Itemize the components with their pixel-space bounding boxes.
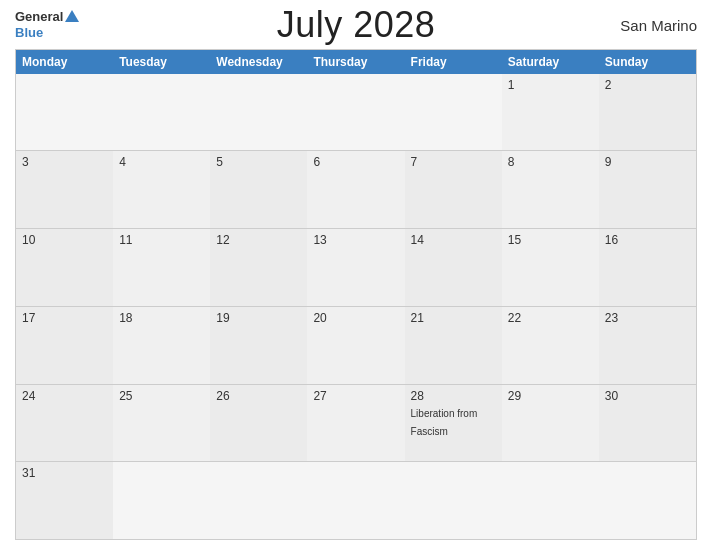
day-cell-1: 1 xyxy=(502,74,599,151)
calendar-week-5: 2425262728Liberation from Fascism2930 xyxy=(16,385,696,463)
day-number: 4 xyxy=(119,155,204,169)
day-number: 15 xyxy=(508,233,593,247)
day-cell-10: 10 xyxy=(16,229,113,306)
header-day-wednesday: Wednesday xyxy=(210,50,307,74)
country-label: San Marino xyxy=(620,17,697,34)
day-number: 9 xyxy=(605,155,690,169)
day-cell-6: 6 xyxy=(307,151,404,228)
day-number: 7 xyxy=(411,155,496,169)
day-number: 13 xyxy=(313,233,398,247)
page-title: July 2028 xyxy=(277,4,436,46)
day-cell-17: 17 xyxy=(16,307,113,384)
calendar: MondayTuesdayWednesdayThursdayFridaySatu… xyxy=(15,49,697,540)
day-cell-19: 19 xyxy=(210,307,307,384)
day-cell-29: 29 xyxy=(502,385,599,462)
header-day-saturday: Saturday xyxy=(502,50,599,74)
header-day-tuesday: Tuesday xyxy=(113,50,210,74)
day-cell-20: 20 xyxy=(307,307,404,384)
empty-cell xyxy=(599,462,696,539)
day-number: 1 xyxy=(508,78,593,92)
day-cell-3: 3 xyxy=(16,151,113,228)
day-number: 25 xyxy=(119,389,204,403)
day-cell-7: 7 xyxy=(405,151,502,228)
day-cell-13: 13 xyxy=(307,229,404,306)
day-cell-27: 27 xyxy=(307,385,404,462)
day-number: 22 xyxy=(508,311,593,325)
day-cell-12: 12 xyxy=(210,229,307,306)
day-number: 30 xyxy=(605,389,690,403)
day-number: 16 xyxy=(605,233,690,247)
day-number: 20 xyxy=(313,311,398,325)
header: General Blue July 2028 San Marino xyxy=(15,10,697,41)
day-number: 29 xyxy=(508,389,593,403)
empty-cell xyxy=(16,74,113,151)
calendar-week-1: 12 xyxy=(16,74,696,152)
day-cell-16: 16 xyxy=(599,229,696,306)
day-number: 31 xyxy=(22,466,107,480)
calendar-week-3: 10111213141516 xyxy=(16,229,696,307)
empty-cell xyxy=(307,462,404,539)
day-number: 8 xyxy=(508,155,593,169)
day-number: 5 xyxy=(216,155,301,169)
logo-triangle-icon xyxy=(65,10,79,22)
day-number: 23 xyxy=(605,311,690,325)
day-cell-9: 9 xyxy=(599,151,696,228)
empty-cell xyxy=(502,462,599,539)
day-cell-4: 4 xyxy=(113,151,210,228)
day-cell-11: 11 xyxy=(113,229,210,306)
logo-blue: Blue xyxy=(15,26,43,40)
day-number: 24 xyxy=(22,389,107,403)
calendar-week-6: 31 xyxy=(16,462,696,539)
day-number: 19 xyxy=(216,311,301,325)
day-cell-31: 31 xyxy=(16,462,113,539)
day-cell-24: 24 xyxy=(16,385,113,462)
day-cell-21: 21 xyxy=(405,307,502,384)
day-cell-15: 15 xyxy=(502,229,599,306)
day-cell-26: 26 xyxy=(210,385,307,462)
day-number: 14 xyxy=(411,233,496,247)
day-number: 17 xyxy=(22,311,107,325)
day-cell-14: 14 xyxy=(405,229,502,306)
empty-cell xyxy=(405,74,502,151)
day-number: 18 xyxy=(119,311,204,325)
day-cell-2: 2 xyxy=(599,74,696,151)
day-number: 3 xyxy=(22,155,107,169)
day-number: 27 xyxy=(313,389,398,403)
day-cell-30: 30 xyxy=(599,385,696,462)
calendar-header: MondayTuesdayWednesdayThursdayFridaySatu… xyxy=(16,50,696,74)
day-number: 28 xyxy=(411,389,496,403)
header-day-thursday: Thursday xyxy=(307,50,404,74)
empty-cell xyxy=(210,462,307,539)
day-cell-22: 22 xyxy=(502,307,599,384)
day-cell-5: 5 xyxy=(210,151,307,228)
header-day-sunday: Sunday xyxy=(599,50,696,74)
empty-cell xyxy=(307,74,404,151)
calendar-week-2: 3456789 xyxy=(16,151,696,229)
calendar-page: General Blue July 2028 San Marino Monday… xyxy=(0,0,712,550)
empty-cell xyxy=(210,74,307,151)
day-number: 12 xyxy=(216,233,301,247)
day-cell-28: 28Liberation from Fascism xyxy=(405,385,502,462)
day-cell-25: 25 xyxy=(113,385,210,462)
empty-cell xyxy=(113,74,210,151)
day-cell-23: 23 xyxy=(599,307,696,384)
day-number: 10 xyxy=(22,233,107,247)
logo-general: General xyxy=(15,10,63,24)
day-number: 6 xyxy=(313,155,398,169)
day-number: 2 xyxy=(605,78,690,92)
empty-cell xyxy=(405,462,502,539)
day-number: 26 xyxy=(216,389,301,403)
calendar-body: 1234567891011121314151617181920212223242… xyxy=(16,74,696,539)
event-label: Liberation from Fascism xyxy=(411,408,478,437)
header-day-monday: Monday xyxy=(16,50,113,74)
day-number: 11 xyxy=(119,233,204,247)
day-cell-8: 8 xyxy=(502,151,599,228)
header-day-friday: Friday xyxy=(405,50,502,74)
empty-cell xyxy=(113,462,210,539)
logo: General Blue xyxy=(15,10,79,41)
day-cell-18: 18 xyxy=(113,307,210,384)
calendar-week-4: 17181920212223 xyxy=(16,307,696,385)
day-number: 21 xyxy=(411,311,496,325)
